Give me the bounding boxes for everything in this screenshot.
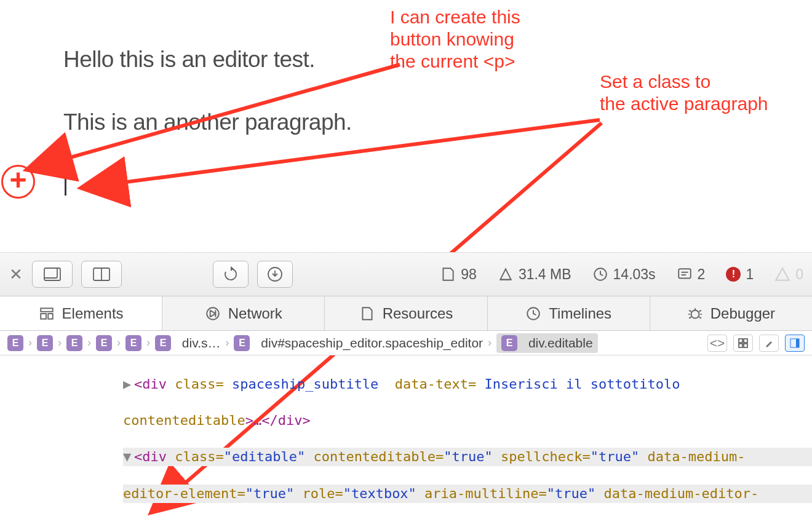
- crumb-6[interactable]: E div#spaceship_editor.spaceship_editor: [234, 335, 483, 351]
- tab-resources[interactable]: Resources: [325, 296, 487, 330]
- dom-breadcrumb: E› E› E› E› E› E div.s…› E div#spaceship…: [0, 331, 812, 355]
- reload-button[interactable]: [213, 261, 249, 288]
- requests-count[interactable]: 98: [440, 266, 477, 283]
- tab-network[interactable]: Network: [162, 296, 325, 330]
- editor-paragraph-1[interactable]: Hello this is an editor test.: [63, 47, 315, 73]
- memory-usage[interactable]: 31.4 MB: [498, 266, 571, 283]
- svg-rect-15: [48, 314, 53, 319]
- svg-rect-20: [744, 339, 747, 343]
- svg-rect-3: [44, 268, 60, 280]
- svg-rect-21: [739, 344, 742, 347]
- crumb-0[interactable]: E: [7, 335, 23, 351]
- annotation-create-button: I can create this button knowing the cur…: [390, 6, 520, 73]
- annotation-set-class: Set a class to the active paragraph: [600, 71, 768, 115]
- add-block-button[interactable]: +: [1, 165, 35, 199]
- svg-rect-19: [739, 339, 742, 343]
- devtools-tabs: Elements Network Resources Timelines Deb…: [0, 296, 812, 331]
- svg-rect-10: [679, 269, 691, 278]
- console-logs[interactable]: 2: [677, 266, 706, 283]
- svg-rect-14: [41, 314, 46, 319]
- details-sidebar-button[interactable]: [785, 335, 805, 352]
- dom-tree[interactable]: ▶<div class= spaceship_subtitle data-tex…: [0, 355, 812, 519]
- load-time[interactable]: 14.03s: [592, 266, 656, 283]
- svg-rect-24: [796, 339, 799, 347]
- tab-elements[interactable]: Elements: [0, 296, 162, 330]
- split-console-button[interactable]: [81, 261, 122, 288]
- styles-toggle-button[interactable]: <>: [707, 335, 727, 352]
- devtools-panel: ✕ 98 31.4 MB: [0, 252, 812, 519]
- crumb-3[interactable]: E: [96, 335, 112, 351]
- text-caret: [65, 168, 66, 196]
- tab-timelines[interactable]: Timelines: [488, 296, 650, 330]
- error-icon: !: [726, 267, 741, 282]
- crumb-1[interactable]: E: [37, 335, 53, 351]
- editor-paragraph-2[interactable]: This is an another paragraph.: [63, 109, 352, 135]
- close-devtools-button[interactable]: ✕: [9, 265, 23, 284]
- svg-rect-13: [41, 308, 53, 311]
- layout-grid-button[interactable]: [733, 335, 753, 352]
- svg-point-18: [691, 310, 699, 318]
- dock-side-button[interactable]: [32, 261, 73, 288]
- crumb-selected[interactable]: E div.editable: [496, 333, 598, 353]
- svg-point-16: [207, 307, 219, 320]
- crumb-4[interactable]: E: [125, 335, 141, 351]
- devtools-toolbar: ✕ 98 31.4 MB: [0, 252, 812, 296]
- crumb-2[interactable]: E: [66, 335, 82, 351]
- crumb-5[interactable]: E div.s…: [155, 335, 220, 351]
- error-count[interactable]: ! 1: [726, 266, 754, 283]
- tab-debugger[interactable]: Debugger: [650, 296, 812, 330]
- warning-count[interactable]: 0: [774, 266, 803, 283]
- download-button[interactable]: [257, 261, 293, 288]
- paint-brush-button[interactable]: [759, 335, 779, 352]
- svg-rect-4: [44, 267, 57, 278]
- svg-rect-22: [744, 344, 747, 347]
